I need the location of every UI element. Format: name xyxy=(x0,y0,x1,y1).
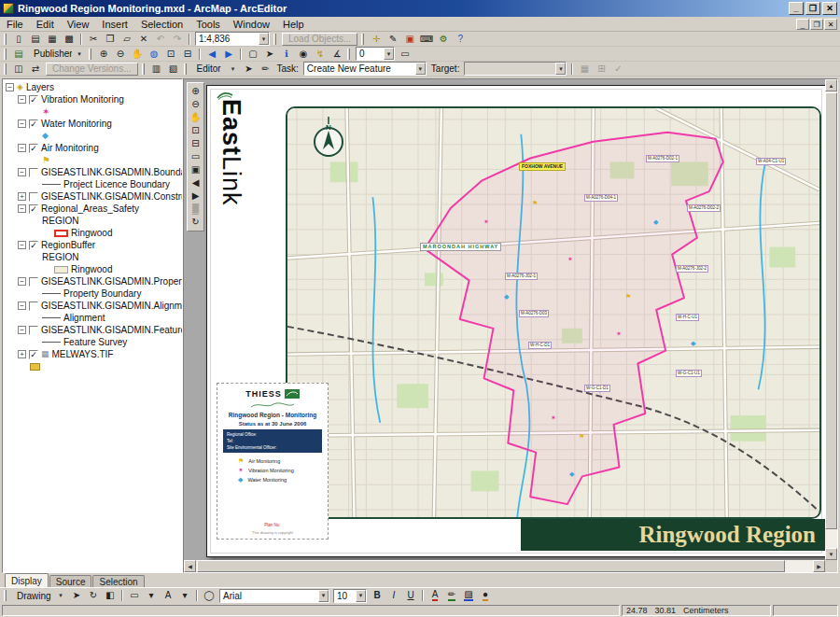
layout-canvas[interactable]: ⊕⊖✋⊡⊟▭▣◀▶▒↻ EastLink xyxy=(184,79,825,560)
mdi-restore-button[interactable]: ❐ xyxy=(810,19,823,30)
new-rectangle-icon[interactable]: ▭ xyxy=(126,589,143,602)
menu-tools[interactable]: Tools xyxy=(189,18,227,31)
menu-file[interactable]: File xyxy=(0,18,30,31)
map-horizontal-scrollbar[interactable]: ◀ ▶ xyxy=(184,560,825,572)
layer-checkbox[interactable]: ✓ xyxy=(29,241,38,250)
layer-checkbox[interactable]: ✓ xyxy=(29,95,38,105)
publish-map-icon[interactable]: ▧ xyxy=(165,63,182,76)
layer-checkbox[interactable] xyxy=(29,192,38,202)
command-line-icon[interactable]: ⌨ xyxy=(418,33,435,46)
font-size-combo[interactable]: 10▾ xyxy=(333,589,367,603)
toolbar-grip[interactable] xyxy=(142,63,145,75)
zoom-whole-page-icon[interactable]: ▭ xyxy=(189,150,203,163)
version-icon[interactable]: ◫ xyxy=(10,63,27,76)
paste-icon[interactable]: ▱ xyxy=(119,33,135,46)
scroll-down-icon[interactable]: ▼ xyxy=(825,548,837,560)
vertical-scroll-thumb[interactable] xyxy=(825,92,837,529)
text-dropdown-icon[interactable]: ▾ xyxy=(176,589,193,602)
undo-icon[interactable]: ↶ xyxy=(152,33,169,46)
layer-checkbox[interactable] xyxy=(29,301,38,311)
expander-minus-icon[interactable]: − xyxy=(18,119,26,128)
font-color-icon[interactable]: A xyxy=(427,589,443,602)
toolbar-grip[interactable] xyxy=(4,34,7,45)
toc-item[interactable]: ⚑ xyxy=(3,154,182,166)
chevron-down-icon[interactable]: ▾ xyxy=(230,63,237,75)
zoom-out-icon[interactable]: ⊖ xyxy=(112,48,129,61)
expander-minus-icon[interactable]: − xyxy=(18,277,26,286)
identify-icon[interactable]: ℹ xyxy=(278,48,295,61)
validate-feature-icon[interactable]: ✓ xyxy=(609,63,626,76)
map-scale-combo[interactable]: 1:4,836▾ xyxy=(195,32,270,46)
new-text-icon[interactable]: A xyxy=(160,589,176,602)
toc-item[interactable]: Ringwood xyxy=(3,227,182,239)
line-color-icon[interactable]: ✏ xyxy=(443,589,460,602)
toggle-draft-mode-icon[interactable]: ▒ xyxy=(189,203,203,216)
cut-icon[interactable]: ✂ xyxy=(85,33,102,46)
edit-tool-icon[interactable]: ➤ xyxy=(241,63,258,76)
measure-icon[interactable]: ∡ xyxy=(329,48,345,61)
sketch-tool-icon[interactable]: ✏ xyxy=(258,63,274,76)
toc-item[interactable]: REGION xyxy=(3,215,182,227)
delete-icon[interactable]: ✕ xyxy=(135,33,152,46)
mdi-minimize-button[interactable]: _ xyxy=(796,19,809,30)
toolbar-grip[interactable] xyxy=(4,49,7,60)
snapping-tolerance-combo[interactable]: 0▾ xyxy=(356,47,395,61)
load-objects-button[interactable]: Load Objects... xyxy=(282,33,357,46)
editor-menu[interactable]: Editor▾ xyxy=(190,63,241,76)
refresh-view-icon[interactable]: ↻ xyxy=(189,216,203,229)
toolbar-grip[interactable] xyxy=(4,590,7,601)
underline-button[interactable]: U xyxy=(402,589,419,602)
layer-checkbox[interactable]: ✓ xyxy=(29,204,38,214)
chevron-down-icon[interactable]: ▾ xyxy=(555,63,566,75)
layer-checkbox[interactable] xyxy=(29,326,38,335)
close-button[interactable]: ✕ xyxy=(822,2,837,15)
toc-item[interactable]: −✓Regional_Areas_Safety xyxy=(3,203,182,215)
add-data-icon[interactable]: ✛ xyxy=(368,33,385,46)
toolbar-grip[interactable] xyxy=(347,49,350,60)
layout-fixed-zoom-in-icon[interactable]: ⊡ xyxy=(189,124,203,137)
chevron-down-icon[interactable]: ▾ xyxy=(415,63,426,75)
toc-item[interactable]: −✓Water Monitoring xyxy=(3,118,182,130)
toc-item[interactable]: Feature Survey xyxy=(3,336,182,348)
minimize-button[interactable]: _ xyxy=(789,2,804,15)
toolbar-grip[interactable] xyxy=(4,63,7,75)
expander-plus-icon[interactable]: + xyxy=(18,192,26,201)
zoom-100-icon[interactable]: ▣ xyxy=(189,163,203,176)
toc-item[interactable] xyxy=(3,360,182,372)
layer-checkbox[interactable] xyxy=(29,168,38,177)
pan-icon[interactable]: ✋ xyxy=(129,48,146,61)
expander-minus-icon[interactable]: − xyxy=(6,83,14,91)
tab-source[interactable]: Source xyxy=(49,575,92,587)
fixed-zoom-out-icon[interactable]: ⊟ xyxy=(179,48,196,61)
expander-minus-icon[interactable]: − xyxy=(18,301,26,310)
toolbar-grip[interactable] xyxy=(89,49,91,60)
back-extent-icon[interactable]: ◀ xyxy=(203,48,220,61)
tab-selection[interactable]: Selection xyxy=(92,575,144,587)
modelbuilder-icon[interactable]: ⚙ xyxy=(435,33,452,46)
save-icon[interactable]: ▦ xyxy=(44,33,61,46)
copy-icon[interactable]: ❐ xyxy=(102,33,119,46)
shape-dropdown-icon[interactable]: ▾ xyxy=(143,589,160,602)
chevron-down-icon[interactable]: ▾ xyxy=(318,590,329,602)
toc-item[interactable]: ✶ xyxy=(3,105,182,118)
expander-plus-icon[interactable]: + xyxy=(18,350,26,358)
chevron-down-icon[interactable]: ▾ xyxy=(259,33,269,45)
scroll-up-icon[interactable]: ▲ xyxy=(825,79,837,91)
menu-window[interactable]: Window xyxy=(227,18,276,31)
font-combo[interactable]: Arial▾ xyxy=(219,589,329,603)
marker-color-icon[interactable]: ● xyxy=(477,589,494,602)
expander-minus-icon[interactable]: − xyxy=(18,204,26,213)
select-features-icon[interactable]: ▢ xyxy=(245,48,261,61)
layer-checkbox[interactable]: ✓ xyxy=(29,119,38,129)
menu-insert[interactable]: Insert xyxy=(95,18,134,31)
toc-item[interactable]: −GISEASTLINK.GISADMIN.Feature_Survey xyxy=(3,324,182,336)
fixed-zoom-in-icon[interactable]: ⊡ xyxy=(162,48,179,61)
toc-item[interactable]: +✓▦MELWAYS.TIF xyxy=(3,348,182,360)
expander-minus-icon[interactable]: − xyxy=(18,144,26,152)
chevron-down-icon[interactable]: ▾ xyxy=(76,48,83,60)
toc-item[interactable]: +GISEASTLINK.GISADMIN.Construction_Statu… xyxy=(3,190,182,203)
horizontal-scroll-thumb[interactable] xyxy=(197,560,785,572)
change-versions-button[interactable]: Change Versions... xyxy=(46,63,138,76)
toc-item[interactable]: ◆ xyxy=(3,130,182,142)
refresh-version-icon[interactable]: ⇄ xyxy=(27,63,44,76)
